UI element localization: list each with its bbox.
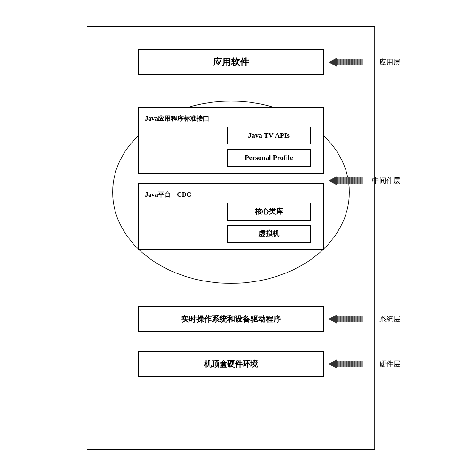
java-tv-apis-label: Java TV APIs xyxy=(248,131,290,140)
arrow-shaft-hardware xyxy=(337,361,363,367)
arrow-head-middleware xyxy=(329,176,337,185)
outer-box: 应用软件 应用层 Java应用程序标准接口 Java TV APIs xyxy=(87,26,375,450)
cdc-outer-box: Java平台—CDC 核心类库 虚拟机 xyxy=(138,183,324,250)
app-layer-arrow xyxy=(329,58,363,67)
right-vertical-line xyxy=(374,27,375,449)
app-software-section: 应用软件 应用层 xyxy=(100,49,362,75)
app-software-label: 应用软件 xyxy=(213,56,249,68)
cdc-label: Java平台—CDC xyxy=(145,190,317,199)
personal-profile-box: Personal Profile xyxy=(227,149,311,167)
system-layer-arrow xyxy=(329,315,363,324)
middleware-section: Java应用程序标准接口 Java TV APIs Personal Profi… xyxy=(100,91,362,290)
virtual-machine-label: 虚拟机 xyxy=(258,229,279,238)
app-layer-label: 应用层 xyxy=(379,57,400,67)
virtual-machine-box: 虚拟机 xyxy=(227,225,311,243)
stb-hardware-section: 机顶盒硬件环境 硬件层 xyxy=(100,351,362,377)
stb-hardware-label: 机顶盒硬件环境 xyxy=(204,359,258,369)
arrow-shaft-system xyxy=(337,316,363,322)
realtime-os-section: 实时操作系统和设备驱动程序 系统层 xyxy=(100,306,362,332)
arrow-head-hardware xyxy=(329,359,337,368)
arrow-shaft-app xyxy=(337,59,363,65)
app-software-box: 应用软件 xyxy=(138,49,324,75)
middleware-layer-arrow xyxy=(329,176,363,185)
core-library-label: 核心类库 xyxy=(255,207,283,216)
middleware-layer-label: 中间件层 xyxy=(372,176,400,186)
personal-profile-label: Personal Profile xyxy=(245,153,293,162)
hardware-layer-label: 硬件层 xyxy=(379,359,400,369)
realtime-os-box: 实时操作系统和设备驱动程序 xyxy=(138,306,324,332)
core-library-box: 核心类库 xyxy=(227,203,311,221)
java-apis-label: Java应用程序标准接口 xyxy=(145,114,317,123)
java-tv-apis-box: Java TV APIs xyxy=(227,127,311,144)
stb-hardware-box: 机顶盒硬件环境 xyxy=(138,351,324,377)
arrow-shaft-middleware xyxy=(337,177,363,184)
arrow-head-app xyxy=(329,58,337,67)
diagram-container: 应用软件 应用层 Java应用程序标准接口 Java TV APIs xyxy=(38,13,424,463)
system-layer-label: 系统层 xyxy=(379,314,400,324)
arrow-head-system xyxy=(329,315,337,324)
hardware-layer-arrow xyxy=(329,359,363,368)
realtime-os-label: 实时操作系统和设备驱动程序 xyxy=(181,314,281,324)
java-apis-outer-box: Java应用程序标准接口 Java TV APIs Personal Profi… xyxy=(138,107,324,174)
